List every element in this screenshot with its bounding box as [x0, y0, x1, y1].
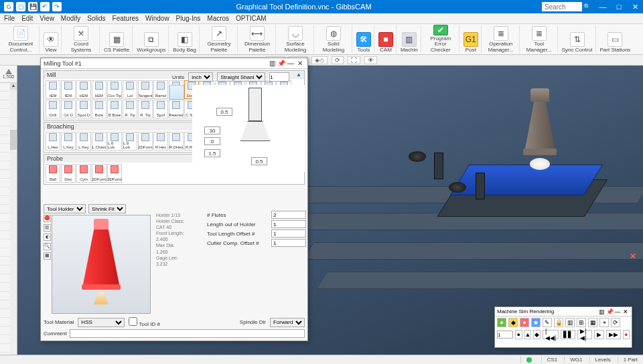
- scroll-thumb[interactable]: [10, 130, 17, 150]
- sim-tile-icon[interactable]: ▥: [597, 308, 605, 315]
- dialog-min-icon[interactable]: —: [286, 60, 295, 67]
- tool-type-2dform[interactable]: 2DForm: [92, 164, 106, 183]
- holder-preview[interactable]: [52, 215, 151, 314]
- menu-window[interactable]: Window: [145, 15, 169, 22]
- menu-plugins[interactable]: Plug-Ins: [176, 15, 201, 22]
- side-icon[interactable]: 🔴: [44, 215, 51, 222]
- param-input[interactable]: [271, 239, 306, 247]
- shank-select[interactable]: Straight Shank: [217, 72, 265, 82]
- tool-type-cvxtip[interactable]: Cvx Tip: [107, 80, 122, 99]
- qat-undo-icon[interactable]: ↶: [40, 2, 50, 11]
- shank-width-input[interactable]: [269, 72, 289, 82]
- ribbon-document-control-[interactable]: 📄Document Control...: [3, 25, 40, 53]
- holder-fit-select[interactable]: Shrink Fit: [88, 204, 126, 213]
- sim-pause-button[interactable]: ▋▋: [561, 330, 575, 339]
- side-icon[interactable]: ▥: [44, 224, 51, 232]
- toolid-checkbox[interactable]: Tool ID #: [129, 317, 160, 327]
- tool-type-barrel[interactable]: Barrel: [153, 80, 168, 99]
- param-input[interactable]: [271, 220, 306, 228]
- sim-icon[interactable]: 🔒: [554, 318, 563, 327]
- dialog-close-icon[interactable]: ✕: [295, 60, 305, 67]
- sim-close-icon[interactable]: ✕: [622, 308, 630, 315]
- sim-icon[interactable]: ✎: [543, 318, 552, 327]
- ribbon-coord-systems[interactable]: ⤧Coord Systems: [63, 25, 100, 53]
- ribbon-cs-palette[interactable]: ▦CS Palette: [101, 25, 133, 53]
- search-icon[interactable]: 🔍: [583, 3, 591, 10]
- ribbon-machin[interactable]: ▥Machin: [398, 25, 421, 53]
- spindle-select[interactable]: Forward: [270, 318, 305, 327]
- sim-shape-icon[interactable]: ●: [515, 330, 522, 339]
- ribbon-dimension-palette[interactable]: ⟷Dimension Palette: [239, 25, 276, 53]
- tool-type-bem[interactable]: bEM: [76, 80, 91, 99]
- ribbon-tool-manager-[interactable]: ≣Tool Manager...: [521, 25, 558, 53]
- sim-rewind-button[interactable]: |◀◀|: [543, 330, 559, 339]
- ribbon-part-stations[interactable]: ▭Part Stations: [597, 25, 634, 53]
- menu-macros[interactable]: Macros: [207, 15, 229, 22]
- menu-edit[interactable]: Edit: [21, 15, 33, 22]
- sim-icon[interactable]: ●: [497, 318, 506, 327]
- tool-type-bbore[interactable]: B Bore: [107, 100, 122, 118]
- dim-input[interactable]: 0: [204, 137, 220, 145]
- sim-value-input[interactable]: [497, 331, 513, 339]
- menu-file[interactable]: File: [4, 15, 15, 22]
- sim-titlebar[interactable]: Machine Sim Rendering ▥ 📌 — ✕: [495, 307, 632, 316]
- tool-type-reamer[interactable]: Reamer: [169, 100, 184, 118]
- collapse-icon[interactable]: ▲: [296, 72, 301, 78]
- tool-type-rdhex[interactable]: R.DHex: [169, 132, 184, 151]
- ribbon-solid-modeling[interactable]: ◍Solid Modeling: [315, 25, 352, 53]
- sim-pin-icon[interactable]: 📌: [605, 308, 614, 315]
- status-part[interactable]: 1 Part: [618, 357, 638, 363]
- tool-type-l6lob[interactable]: L.6 Lob: [107, 132, 122, 151]
- status-levels[interactable]: Levels: [589, 357, 611, 363]
- status-wg[interactable]: WG1: [564, 357, 582, 363]
- sim-icon[interactable]: ●: [520, 318, 529, 327]
- sim-icon[interactable]: ▥: [565, 318, 575, 327]
- tool-type-rhex[interactable]: R.Hex: [153, 132, 168, 151]
- util-chip[interactable]: ⛶: [348, 56, 360, 64]
- sim-record-icon[interactable]: ●: [623, 330, 630, 339]
- ribbon-workgroups[interactable]: ⧉Workgroups: [134, 25, 169, 53]
- ribbon-operation-manager-[interactable]: ≣Operation Manager...: [483, 25, 520, 53]
- sim-icon[interactable]: ⌖: [599, 318, 609, 327]
- tool-type-lhex[interactable]: L.Hex: [46, 132, 60, 151]
- menu-modify[interactable]: Modify: [61, 15, 80, 22]
- tool-type-3dform[interactable]: 3DForm: [107, 164, 122, 183]
- menu-features[interactable]: Features: [113, 15, 139, 22]
- tool-type-lcham[interactable]: L.Cham: [92, 132, 106, 151]
- dialog-tile-icon[interactable]: ▥: [267, 60, 277, 67]
- tool-type-lol[interactable]: Lol: [123, 80, 137, 99]
- ribbon-cam[interactable]: ■CAM: [376, 25, 397, 53]
- qat-new-icon[interactable]: ▢: [16, 2, 25, 11]
- sim-icon[interactable]: ◆: [508, 318, 518, 327]
- sim-icon[interactable]: ▦: [588, 318, 597, 327]
- util-chip[interactable]: ◈◇: [311, 56, 328, 64]
- status-cs[interactable]: CS1: [541, 357, 558, 363]
- side-icon[interactable]: 🔍: [44, 243, 51, 250]
- dialog-pin-icon[interactable]: 📌: [277, 60, 286, 67]
- side-icon[interactable]: ◐: [44, 234, 51, 241]
- material-swatch[interactable]: [169, 85, 184, 100]
- sim-icon[interactable]: ■: [531, 318, 541, 327]
- ribbon-program-error-checker[interactable]: ✔Program Error Checker: [423, 25, 459, 53]
- menu-view[interactable]: View: [40, 15, 54, 22]
- sim-ff-button[interactable]: ▶▶: [606, 330, 621, 339]
- dim-input[interactable]: 0.5: [216, 108, 232, 116]
- sim-icon[interactable]: ⟳: [611, 318, 620, 327]
- tool-type-rtip[interactable]: R. Tip: [138, 100, 153, 118]
- dim-input[interactable]: 0.5: [251, 157, 267, 165]
- qat-app-icon[interactable]: G: [4, 2, 13, 11]
- tool-type-disc[interactable]: Disc: [61, 164, 76, 183]
- tool-type-bore[interactable]: Bore: [92, 100, 106, 118]
- sim-icon[interactable]: ⊞: [577, 318, 586, 327]
- tool-type-l6lob[interactable]: L.6 Lob: [123, 132, 137, 151]
- search-input[interactable]: [542, 2, 582, 11]
- tool-type-cyln[interactable]: Cyln: [76, 164, 91, 183]
- dim-input[interactable]: 30: [204, 126, 220, 134]
- tool-type-spof[interactable]: Spof: [153, 100, 168, 118]
- maximize-button[interactable]: □: [611, 3, 627, 11]
- tool-type-ball[interactable]: Ball: [46, 164, 60, 183]
- sim-shape-icon[interactable]: ◆: [533, 330, 541, 339]
- tool-type-2dform[interactable]: 2DForm: [138, 132, 153, 151]
- tool-type-spotd[interactable]: Spot D: [76, 100, 91, 118]
- close-button[interactable]: ✕: [627, 3, 643, 11]
